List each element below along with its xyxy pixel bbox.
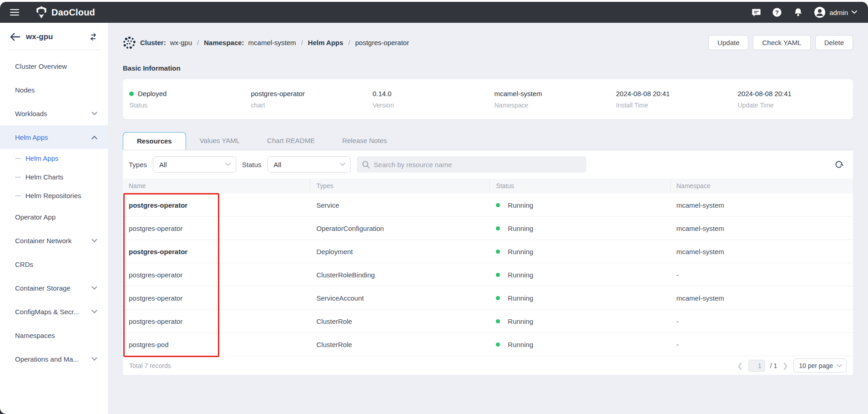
switch-cluster-icon[interactable]	[89, 32, 98, 41]
chevron-down-icon	[91, 236, 97, 242]
breadcrumb-separator: /	[348, 39, 351, 46]
tab-resources[interactable]: Resources	[123, 132, 186, 150]
status-text: Running	[508, 248, 533, 256]
tab-values-yaml[interactable]: Values YAML	[186, 132, 253, 150]
info-value-text: 2024-08-08 20:41	[616, 90, 670, 97]
sidebar-subitem-helm-repositories[interactable]: Helm Repositories	[0, 186, 108, 205]
info-value-text: mcamel-system	[495, 90, 542, 97]
sidebar-item-operations-and-ma[interactable]: Operations and Ma...	[0, 347, 108, 371]
cell-status: Running	[490, 271, 670, 279]
back-arrow-icon[interactable]	[10, 33, 20, 41]
cell-type: OperatorConfiguration	[310, 225, 490, 232]
cell-status: Running	[490, 201, 670, 209]
breadcrumb-separator: /	[300, 39, 304, 46]
notifications-bell-icon[interactable]	[793, 7, 803, 17]
table-row: postgres-podClusterRoleRunning-	[123, 333, 853, 356]
breadcrumb: Cluster: wx-gpu / Namespace: mcamel-syst…	[123, 36, 409, 49]
brand-logo: DaoCloud	[35, 6, 95, 19]
basic-information-title: Basic Information	[123, 64, 853, 72]
sidebar-item-container-storage[interactable]: Container Storage	[0, 276, 108, 300]
sidebar-item-namespaces[interactable]: Namespaces	[0, 323, 108, 347]
delete-button[interactable]: Delete	[815, 35, 853, 50]
prev-page-icon[interactable]: ❮	[737, 362, 743, 370]
sidebar-item-label: Container Storage	[15, 284, 71, 292]
refresh-icon[interactable]	[834, 160, 843, 169]
chevron-down-icon	[225, 161, 230, 166]
info-value-text: Deployed	[138, 90, 167, 97]
dash-icon	[15, 177, 21, 178]
types-filter-label: Types	[129, 161, 147, 169]
sidebar-item-label: Container Network	[15, 237, 71, 245]
page-size-select[interactable]: 10 per page	[793, 358, 847, 373]
breadcrumb-current: postgres-operator	[355, 39, 409, 46]
svg-text:?: ?	[775, 9, 779, 16]
hamburger-menu-icon[interactable]	[10, 9, 19, 15]
avatar	[814, 6, 826, 18]
cluster-dots-icon	[123, 36, 136, 49]
sidebar-subitem-helm-charts[interactable]: Helm Charts	[0, 168, 108, 186]
resources-panel: Types All Status All	[123, 150, 853, 375]
types-filter-select[interactable]: All	[153, 156, 236, 173]
sidebar-subitem-helm-apps[interactable]: Helm Apps	[0, 149, 108, 168]
cell-name: postgres-operator	[123, 317, 310, 325]
sidebar-item-label: ConfigMaps & Secr...	[15, 308, 79, 316]
user-menu[interactable]: admin	[814, 6, 857, 18]
cell-type: Deployment	[310, 248, 490, 256]
cell-type: ClusterRoleBinding	[310, 271, 490, 279]
types-filter-value: All	[159, 161, 167, 169]
cell-namespace: mcamel-system	[671, 201, 853, 209]
info-field-status: DeployedStatus	[123, 90, 245, 109]
cluster-name: wx-gpu	[26, 32, 53, 41]
help-icon[interactable]: ?	[772, 7, 782, 17]
cell-name: postgres-operator	[123, 225, 310, 232]
pagination: ❮ / 1 ❯ 10 per page	[737, 358, 847, 373]
next-page-icon[interactable]: ❯	[782, 362, 788, 370]
table-body: postgres-operatorServiceRunningmcamel-sy…	[123, 194, 853, 356]
sidebar: wx-gpu Cluster OverviewNodesWorkloadsHel…	[0, 23, 108, 414]
breadcrumb-cluster-value[interactable]: wx-gpu	[170, 39, 192, 46]
status-dot-icon	[496, 296, 500, 300]
column-header-status: Status	[490, 179, 670, 194]
sidebar-item-configmaps-secr[interactable]: ConfigMaps & Secr...	[0, 300, 108, 323]
sidebar-item-operator-app[interactable]: Operator App	[0, 205, 108, 229]
breadcrumb-namespace-value[interactable]: mcamel-system	[248, 39, 296, 46]
search-input[interactable]	[374, 161, 581, 169]
status-text: Running	[508, 225, 533, 232]
table-row: postgres-operatorServiceRunningmcamel-sy…	[123, 194, 853, 217]
sidebar-item-cluster-overview[interactable]: Cluster Overview	[0, 54, 108, 78]
chat-icon[interactable]	[751, 7, 761, 17]
sidebar-item-label: Nodes	[15, 86, 35, 94]
chevron-up-icon	[91, 136, 97, 142]
cell-type: ClusterRole	[310, 317, 490, 325]
info-label: chart	[251, 102, 367, 109]
tab-chart-readme[interactable]: Chart README	[253, 132, 328, 150]
status-dot-icon	[496, 342, 500, 347]
status-dot-icon	[496, 273, 500, 277]
check-yaml-button[interactable]: Check YAML	[753, 35, 810, 50]
page-actions: Update Check YAML Delete	[708, 35, 853, 50]
sidebar-item-label: Cluster Overview	[15, 62, 67, 70]
tab-release-notes[interactable]: Release Notes	[328, 132, 400, 150]
status-dot-icon	[496, 226, 500, 230]
sidebar-item-container-network[interactable]: Container Network	[0, 229, 108, 252]
cell-status: Running	[490, 248, 670, 256]
sidebar-item-workloads[interactable]: Workloads	[0, 102, 108, 125]
main-content: Cluster: wx-gpu / Namespace: mcamel-syst…	[108, 23, 868, 414]
table-row: postgres-operatorOperatorConfigurationRu…	[123, 217, 853, 240]
status-filter-select[interactable]: All	[267, 156, 351, 173]
breadcrumb-section[interactable]: Helm Apps	[308, 39, 343, 46]
column-header-namespace: Namespace	[671, 179, 853, 194]
sidebar-item-helm-apps[interactable]: Helm Apps	[0, 125, 108, 149]
update-button[interactable]: Update	[708, 35, 748, 50]
sidebar-item-nodes[interactable]: Nodes	[0, 78, 108, 102]
breadcrumb-namespace-label: Namespace:	[204, 39, 244, 46]
username: admin	[829, 9, 848, 16]
table-row: postgres-operatorDeploymentRunningmcamel…	[123, 240, 853, 263]
page-number-input[interactable]	[748, 360, 765, 372]
app-body: wx-gpu Cluster OverviewNodesWorkloadsHel…	[0, 23, 868, 414]
cell-namespace: mcamel-system	[671, 294, 853, 302]
sidebar-item-crds[interactable]: CRDs	[0, 252, 108, 276]
sidebar-nav: Cluster OverviewNodesWorkloadsHelm AppsH…	[0, 50, 108, 414]
cell-name: postgres-operator	[123, 248, 310, 256]
chevron-down-icon	[837, 362, 842, 367]
